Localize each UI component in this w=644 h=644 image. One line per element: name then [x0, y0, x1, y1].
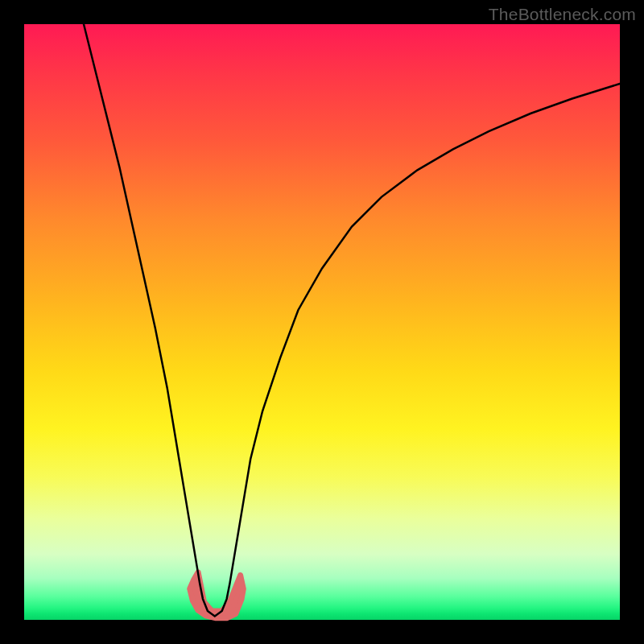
- red-blob-path: [190, 572, 244, 618]
- chart-svg: [24, 24, 620, 620]
- main-curve-path: [84, 24, 620, 617]
- watermark-text: TheBottleneck.com: [489, 5, 636, 24]
- chart-frame: TheBottleneck.com: [0, 0, 644, 644]
